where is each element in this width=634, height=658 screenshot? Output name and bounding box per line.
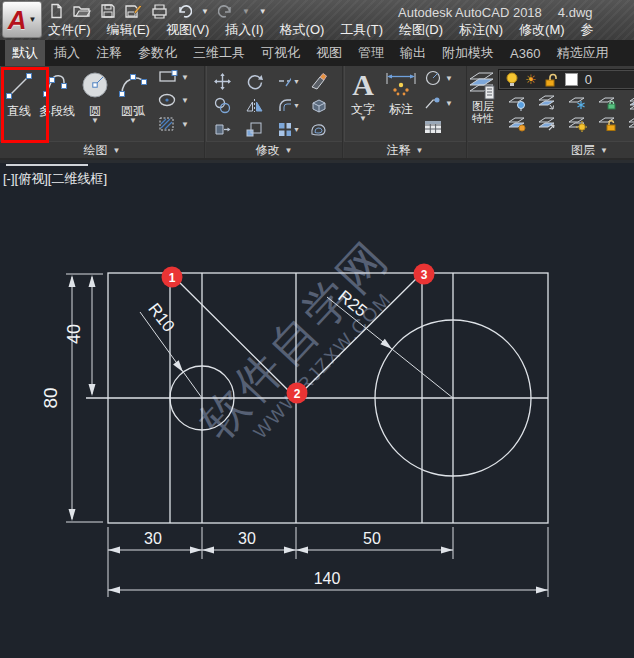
svg-text:3: 3 <box>421 268 428 282</box>
mirror-button[interactable] <box>246 94 268 116</box>
menu-insert[interactable]: 插入(I) <box>225 21 263 39</box>
undo-dropdown-icon[interactable]: ▼ <box>201 7 209 16</box>
fillet-button[interactable]: ▼ <box>278 94 300 116</box>
mirror-icon <box>246 98 263 113</box>
layer-make-current-button[interactable] <box>538 115 557 132</box>
text-dropdown-icon[interactable]: ▼ <box>359 115 367 123</box>
tab-add-ins[interactable]: 附加模块 <box>435 40 501 66</box>
menu-modify[interactable]: 修改(M) <box>519 21 565 39</box>
viewport-controls[interactable]: [-][俯视][二维线框] <box>3 170 107 188</box>
ribbon: 直线 多段线 圆 ▼ 圆弧 ▼ ▼ ▼ <box>0 66 634 160</box>
layer-unisolate-button[interactable] <box>538 94 557 111</box>
circle-button[interactable]: 圆 ▼ <box>76 66 114 125</box>
tab-default[interactable]: 默认 <box>5 40 45 66</box>
menu-draw[interactable]: 绘图(D) <box>399 21 443 39</box>
move-icon <box>214 73 231 90</box>
move-button[interactable] <box>214 70 236 92</box>
tab-a360[interactable]: A360 <box>503 40 547 66</box>
tab-view[interactable]: 视图 <box>309 40 349 66</box>
copy-icon <box>214 97 231 114</box>
window-title: Autodesk AutoCAD 2018 4.dwg <box>398 5 593 20</box>
customize-qat-icon[interactable]: ▼ <box>259 7 267 16</box>
center-mark-button[interactable]: ▼ <box>424 70 453 86</box>
rotate-button[interactable] <box>246 70 268 92</box>
tab-output[interactable]: 输出 <box>393 40 433 66</box>
layer-unlock-all-button[interactable] <box>598 115 617 132</box>
circle-dropdown-icon[interactable]: ▼ <box>91 117 99 125</box>
text-button[interactable]: A 文字 ▼ <box>344 66 382 123</box>
annotation-panel-label[interactable]: 注释▼ <box>344 141 466 158</box>
layer-walk-button[interactable] <box>628 115 634 132</box>
arc-dropdown-icon[interactable]: ▼ <box>129 117 137 125</box>
layer-thaw-all-button[interactable] <box>568 115 587 132</box>
autocad-logo: A <box>8 7 27 33</box>
redo-button[interactable] <box>218 3 233 19</box>
drawing-canvas[interactable]: [-][俯视][二维线框] 软件自学网 WWW.RJZXW.COM <box>0 160 634 658</box>
layer-isolate-button[interactable] <box>508 94 527 111</box>
layers-panel-label[interactable]: 图层▼ <box>468 141 634 158</box>
menu-dimension[interactable]: 标注(N) <box>459 21 503 39</box>
open-file-button[interactable] <box>73 3 91 19</box>
tab-insert[interactable]: 插入 <box>47 40 87 66</box>
redo-dropdown-icon[interactable]: ▼ <box>242 7 250 16</box>
save-button[interactable] <box>100 3 116 19</box>
copy-button[interactable] <box>214 94 236 116</box>
hatch-button[interactable]: ▼ <box>158 116 189 132</box>
offset-button[interactable] <box>310 118 332 140</box>
stretch-button[interactable] <box>214 118 236 140</box>
layer-freeze-button[interactable] <box>568 94 587 111</box>
menu-parametric-clipped[interactable]: 参 <box>581 21 594 39</box>
layer-merge-button[interactable] <box>628 94 634 111</box>
table-icon <box>424 120 442 134</box>
menu-tools[interactable]: 工具(T) <box>340 21 383 39</box>
plot-button[interactable] <box>151 3 168 19</box>
svg-text:1: 1 <box>169 271 176 285</box>
marker-1: 1 <box>162 267 183 288</box>
marker-3: 3 <box>414 264 435 285</box>
tab-manage[interactable]: 管理 <box>351 40 391 66</box>
leader-icon <box>424 96 442 110</box>
application-menu-button[interactable]: A ▼ <box>2 1 42 38</box>
tab-featured-apps[interactable]: 精选应用 <box>549 40 615 66</box>
layer-properties-button[interactable]: 图层特性 <box>468 66 498 124</box>
draw-extra-tools: ▼ ▼ ▼ <box>158 66 189 132</box>
draw-panel-label[interactable]: 绘图▼ <box>0 141 204 158</box>
tab-annotate[interactable]: 注释 <box>89 40 129 66</box>
new-file-button[interactable] <box>48 3 64 19</box>
layer-thaw-sun-icon: ☀ <box>525 73 537 86</box>
layer-lock-button[interactable] <box>598 94 617 111</box>
tab-parametric[interactable]: 参数化 <box>131 40 184 66</box>
offset-icon <box>310 122 327 137</box>
explode-button[interactable] <box>310 94 332 116</box>
array-button[interactable]: ▼ <box>278 118 300 140</box>
tab-visualize[interactable]: 可视化 <box>254 40 307 66</box>
leader-button[interactable]: ▼ <box>424 96 453 110</box>
menu-format[interactable]: 格式(O) <box>280 21 325 39</box>
tab-3d-tools[interactable]: 三维工具 <box>186 40 252 66</box>
trim-icon <box>278 75 291 87</box>
layer-off-button[interactable] <box>508 115 527 132</box>
dimension-button[interactable]: 标注 <box>382 66 420 115</box>
rectangle-button[interactable]: ▼ <box>158 70 189 84</box>
save-as-button[interactable] <box>125 3 142 19</box>
arc-button[interactable]: 圆弧 ▼ <box>114 66 152 125</box>
scale-button[interactable] <box>246 118 268 140</box>
menu-bar: 文件(F) 编辑(E) 视图(V) 插入(I) 格式(O) 工具(T) 绘图(D… <box>48 21 594 39</box>
erase-button[interactable] <box>310 70 332 92</box>
layer-dropdown[interactable]: ☀ 0 <box>498 69 634 90</box>
erase-icon <box>310 73 327 90</box>
menu-edit[interactable]: 编辑(E) <box>107 21 150 39</box>
ellipse-button[interactable]: ▼ <box>158 93 189 107</box>
menu-view[interactable]: 视图(V) <box>166 21 209 39</box>
trim-button[interactable]: ▼ <box>278 70 300 92</box>
menu-file[interactable]: 文件(F) <box>48 21 91 39</box>
layer-tools-row-2 <box>498 111 634 132</box>
ellipse-icon <box>158 93 178 107</box>
panel-expand-icon: ▼ <box>285 146 293 155</box>
circle-icon <box>79 70 111 102</box>
table-button[interactable] <box>424 120 453 134</box>
undo-button[interactable] <box>177 3 192 19</box>
modify-panel-label[interactable]: 修改▼ <box>206 141 342 158</box>
app-title: Autodesk AutoCAD 2018 <box>398 5 542 20</box>
dim-40: 40 <box>64 324 84 344</box>
